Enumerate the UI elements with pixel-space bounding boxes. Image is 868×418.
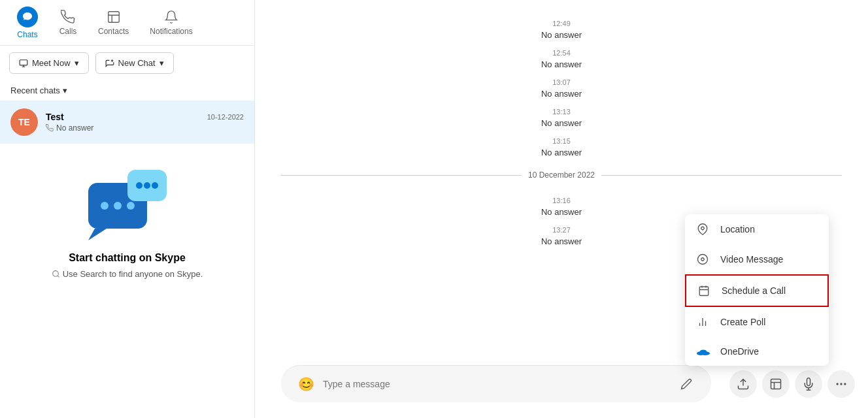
onedrive-icon [697, 347, 711, 356]
chats-icon [17, 7, 38, 27]
msg-text: No answer [541, 89, 582, 99]
new-chat-icon [105, 59, 114, 68]
msg-time: 13:27 [552, 226, 571, 234]
msg-time: 13:13 [552, 108, 571, 116]
compose-button[interactable] [675, 372, 698, 396]
svg-point-11 [52, 271, 58, 277]
notifications-label: Notifications [150, 27, 192, 36]
recent-chats-header[interactable]: Recent chats ▾ [0, 80, 254, 101]
new-chat-button[interactable]: New Chat ▾ [95, 52, 174, 74]
svg-point-22 [700, 350, 707, 353]
action-buttons: Meet Now ▾ New Chat ▾ [0, 46, 254, 80]
input-bar[interactable]: 😊 [281, 365, 711, 402]
message-group-1316: 13:16 No answer [281, 190, 842, 217]
tab-calls[interactable]: Calls [48, 5, 88, 41]
contacts-label: Contacts [98, 27, 129, 36]
svg-point-4 [114, 202, 122, 210]
tab-contacts[interactable]: Contacts [88, 5, 139, 41]
msg-text: No answer [541, 59, 582, 69]
svg-point-8 [144, 182, 150, 189]
new-chat-chevron: ▾ [159, 58, 164, 68]
avatar-test: TE [10, 108, 38, 136]
message-group-1307: 13:07 No answer [281, 72, 842, 99]
phone-icon [46, 124, 54, 132]
meet-now-label: Meet Now [32, 58, 71, 68]
meet-now-button[interactable]: Meet Now ▾ [9, 52, 89, 74]
chat-item-test[interactable]: TE Test 10-12-2022 No answer [0, 101, 254, 144]
audio-button[interactable] [795, 370, 822, 398]
input-area: 😊 [255, 359, 868, 418]
main-area: 12:49 No answer 12:54 No answer 13:07 No… [255, 0, 868, 418]
svg-point-14 [841, 383, 842, 385]
date-line-left [281, 175, 522, 176]
dropdown-item-video-message[interactable]: Video Message [685, 244, 829, 274]
msg-time: 12:49 [552, 20, 571, 27]
svg-rect-0 [108, 11, 119, 22]
recent-chats-chevron: ▾ [63, 86, 67, 95]
chat-name-row: Test 10-12-2022 [46, 112, 244, 122]
dropdown-item-schedule-call[interactable]: Schedule a Call [685, 274, 829, 307]
last-message-text: No answer [56, 123, 93, 133]
contacts-icon [107, 10, 121, 24]
schedule-call-icon [698, 285, 712, 297]
msg-text: No answer [541, 30, 582, 40]
msg-time: 13:07 [552, 78, 571, 86]
chat-date: 10-12-2022 [207, 113, 244, 121]
message-group-1254: 12:54 No answer [281, 42, 842, 69]
msg-text: No answer [541, 207, 582, 217]
create-poll-label: Create Poll [720, 317, 765, 327]
tab-chats[interactable]: Chats [7, 1, 48, 44]
svg-point-3 [101, 202, 108, 210]
meet-now-chevron: ▾ [75, 58, 79, 68]
empty-state-subtitle: Use Search to find anyone on Skype. [52, 269, 203, 279]
nav-tabs: Chats Calls Contacts [0, 0, 254, 46]
svg-rect-19 [699, 287, 709, 296]
msg-time: 13:16 [552, 197, 571, 204]
dropdown-item-location[interactable]: Location [685, 214, 829, 244]
tab-notifications[interactable]: Notifications [139, 5, 203, 41]
attachment-button[interactable] [729, 370, 757, 398]
svg-point-5 [127, 202, 135, 210]
svg-point-16 [701, 227, 705, 230]
msg-text: No answer [541, 148, 582, 157]
more-button[interactable] [827, 370, 855, 398]
date-separator: 10 December 2022 [281, 170, 842, 180]
dropdown-item-onedrive[interactable]: OneDrive [685, 337, 829, 366]
new-chat-label: New Chat [118, 58, 156, 68]
svg-rect-1 [20, 59, 27, 65]
svg-point-18 [701, 258, 705, 261]
date-line-right [601, 175, 842, 176]
emoji-button[interactable]: 😊 [294, 372, 318, 396]
recent-chats-label: Recent chats [10, 86, 60, 95]
message-input[interactable] [323, 379, 669, 389]
message-group-1313: 13:13 No answer [281, 101, 842, 128]
chat-illustration [82, 163, 173, 242]
svg-point-17 [698, 255, 708, 265]
svg-point-9 [152, 182, 158, 189]
svg-point-13 [837, 383, 838, 385]
message-group-1249: 12:49 No answer [281, 13, 842, 40]
onedrive-label: OneDrive [720, 346, 759, 357]
msg-text: No answer [541, 236, 582, 246]
dropdown-menu: Location Video Message Schedule a Call [685, 214, 829, 366]
msg-text: No answer [541, 118, 582, 128]
media-button[interactable] [762, 370, 790, 398]
date-label: 10 December 2022 [528, 170, 595, 180]
create-poll-icon [697, 316, 711, 328]
svg-point-15 [844, 383, 846, 385]
chat-info-test: Test 10-12-2022 No answer [46, 112, 244, 133]
dropdown-item-create-poll[interactable]: Create Poll [685, 307, 829, 337]
chat-last-msg: No answer [46, 123, 244, 133]
empty-subtitle-text: Use Search to find anyone on Skype. [63, 269, 203, 279]
location-label: Location [720, 224, 755, 234]
empty-state: Start chatting on Skype Use Search to fi… [0, 144, 254, 418]
chat-name: Test [46, 112, 64, 122]
location-icon [697, 223, 711, 235]
sidebar: Chats Calls Contacts [0, 0, 255, 418]
notifications-icon [164, 10, 178, 24]
search-icon [52, 270, 60, 278]
msg-time: 13:15 [552, 137, 571, 145]
msg-time: 12:54 [552, 49, 571, 57]
video-message-icon [697, 253, 711, 265]
meet-now-icon [19, 59, 28, 68]
